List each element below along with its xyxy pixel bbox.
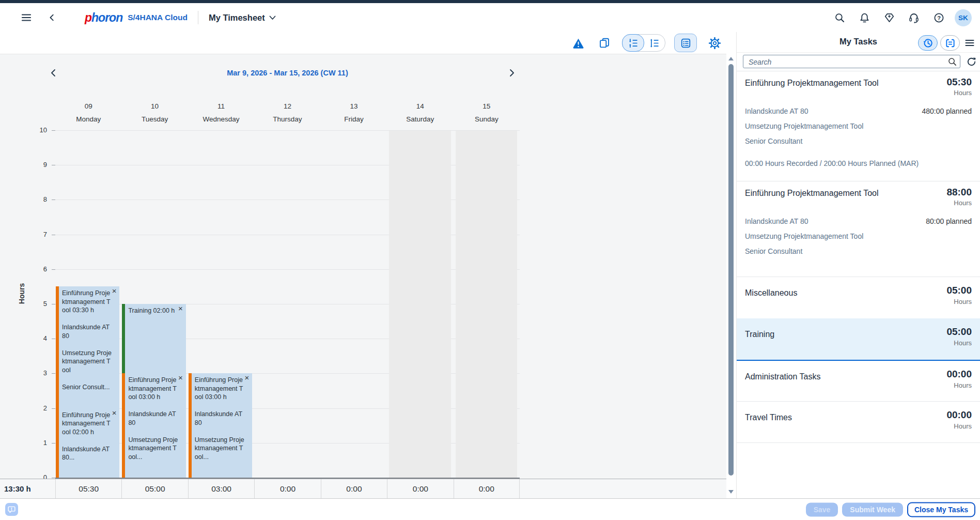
feedback-gem-icon[interactable] <box>880 9 898 26</box>
y-tick-mark <box>52 408 55 409</box>
scrollbar-thumb[interactable] <box>728 64 734 476</box>
next-week-icon[interactable] <box>504 65 520 81</box>
event-category-stripe <box>56 408 59 478</box>
event-close-icon[interactable]: × <box>112 287 117 295</box>
table-view-icon[interactable] <box>674 34 697 52</box>
task-detail-line: Senior Consultant <box>745 137 802 145</box>
calendar-event[interactable]: ×Einführung Proje ktmanagement T ool 03:… <box>122 373 185 478</box>
day-name: Friday <box>321 115 387 123</box>
back-icon[interactable] <box>43 9 61 26</box>
search-input[interactable] <box>748 55 945 69</box>
timesheet-toolbar <box>0 32 726 54</box>
event-text: Training 02:00 h <box>128 307 183 315</box>
copy-icon[interactable] <box>596 34 613 52</box>
app-title-menu[interactable]: My Timesheet <box>209 13 276 23</box>
day-number: 14 <box>387 102 453 110</box>
y-axis: 109876543210 <box>0 130 55 478</box>
day-total-cell: 05:00 <box>121 479 188 498</box>
task-detail-line: Inlandskunde AT 80 <box>745 107 808 115</box>
day-header: 15Sunday <box>454 102 520 123</box>
day-header: 12Thursday <box>254 102 320 123</box>
y-tick-mark <box>52 200 55 200</box>
vertical-scrollbar <box>726 32 736 498</box>
menu-icon[interactable] <box>18 9 35 26</box>
event-close-icon[interactable]: × <box>178 374 183 381</box>
scrollbar-down-arrow[interactable] <box>728 490 734 494</box>
day-header: 11Wednesday <box>188 102 254 123</box>
avatar[interactable]: SK <box>955 9 972 26</box>
event-category-stripe <box>122 373 125 478</box>
expand-rows-icon[interactable] <box>644 35 665 51</box>
refresh-icon[interactable] <box>964 55 978 68</box>
task-hours-value: 05:30 <box>946 77 972 88</box>
day-header: 10Tuesday <box>121 102 188 123</box>
notifications-icon[interactable] <box>855 9 873 26</box>
y-tick-mark <box>52 235 55 235</box>
product-name: S/4HANA Cloud <box>128 13 188 22</box>
task-item[interactable]: Training05:00Hours <box>737 318 980 361</box>
y-tick-label: 9 <box>26 161 47 169</box>
task-list: Einführung Projektmanagement Tool05:30Ho… <box>737 71 980 498</box>
settings-gear-icon[interactable] <box>706 34 723 52</box>
task-detail-line: Umsetzung Projektmanagement Tool <box>745 122 863 130</box>
task-title: Einführung Projektmanagement Tool <box>745 79 879 88</box>
task-item[interactable]: Travel Times00:00Hours <box>737 402 980 443</box>
y-tick-label: 1 <box>26 439 47 447</box>
collapse-rows-icon[interactable] <box>622 34 644 52</box>
day-name: Sunday <box>454 115 520 123</box>
event-text: Einführung Proje ktmanagement T ool 03:0… <box>195 376 250 461</box>
calendar-event[interactable]: ×Einführung Proje ktmanagement T ool 02:… <box>56 408 119 478</box>
close-my-tasks-button[interactable]: Close My Tasks <box>907 502 975 517</box>
overflow-menu-icon[interactable] <box>962 34 977 52</box>
task-title: Travel Times <box>745 413 792 422</box>
submit-week-button[interactable]: Submit Week <box>842 502 903 516</box>
day-header: 13Friday <box>321 102 387 123</box>
calendar-event[interactable]: ×Einführung Proje ktmanagement T ool 03:… <box>189 373 252 478</box>
task-hours-value: 05:00 <box>946 326 972 338</box>
task-list-icon[interactable] <box>940 35 960 51</box>
save-button[interactable]: Save <box>806 502 838 516</box>
day-name: Saturday <box>387 115 453 123</box>
task-hours-value: 00:00 <box>946 369 972 380</box>
help-icon[interactable]: ? <box>930 9 947 26</box>
event-text: Einführung Proje ktmanagement T ool 02:0… <box>62 411 117 462</box>
history-icon[interactable] <box>918 35 938 51</box>
feedback-bubble-icon[interactable] <box>5 503 18 516</box>
task-detail-line: Senior Consultant <box>745 247 802 255</box>
task-hours-value: 00:00 <box>946 409 972 421</box>
weekend-shading <box>456 131 517 478</box>
day-name: Tuesday <box>121 115 188 123</box>
task-item[interactable]: Einführung Projektmanagement Tool88:00Ho… <box>737 181 980 277</box>
calendar-event[interactable]: ×Training 02:00 h <box>122 304 185 373</box>
y-tick-mark <box>52 373 55 374</box>
task-item[interactable]: Administration Tasks00:00Hours <box>737 361 980 402</box>
task-item[interactable]: Einführung Projektmanagement Tool05:30Ho… <box>737 71 980 181</box>
y-tick-mark <box>52 339 55 339</box>
support-headset-icon[interactable] <box>905 9 923 26</box>
day-name: Thursday <box>254 115 320 123</box>
my-tasks-panel: My Tasks Einführung Projektmanagement To… <box>736 32 980 498</box>
shell-header: phoron S/4HANA Cloud My Timesheet ? SK <box>0 3 980 33</box>
event-category-stripe <box>56 286 59 408</box>
task-recorded-summary: 00:00 Hours Recorded / 200:00 Hours Plan… <box>745 159 919 167</box>
day-total-cell: 03:00 <box>188 479 254 498</box>
task-title: Training <box>745 330 774 339</box>
y-tick-mark <box>52 304 55 304</box>
app-title-label: My Timesheet <box>209 13 265 23</box>
day-header: 09Monday <box>55 102 121 123</box>
task-item[interactable]: Miscellaneous05:00Hours <box>737 277 980 318</box>
event-close-icon[interactable]: × <box>178 304 183 312</box>
event-close-icon[interactable]: × <box>245 374 250 381</box>
calendar-event[interactable]: ×Einführung Proje ktmanagement T ool 03:… <box>56 286 119 408</box>
search-icon[interactable] <box>831 9 848 26</box>
y-tick-label: 4 <box>26 334 47 342</box>
warning-icon[interactable] <box>569 34 587 52</box>
y-tick-label: 2 <box>26 404 47 412</box>
scrollbar-up-arrow[interactable] <box>728 57 734 60</box>
event-close-icon[interactable]: × <box>112 409 117 417</box>
event-text: Einführung Proje ktmanagement T ool 03:0… <box>128 376 183 461</box>
task-hours-unit: Hours <box>954 339 972 347</box>
task-title: Administration Tasks <box>745 372 820 381</box>
task-title: Miscellaneous <box>745 288 797 298</box>
search-icon[interactable] <box>947 57 957 67</box>
